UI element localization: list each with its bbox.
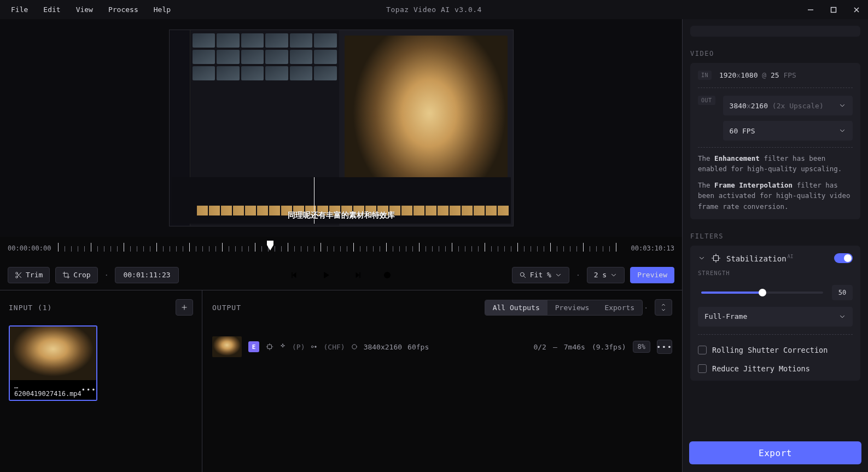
menu-view[interactable]: View (69, 3, 100, 16)
svg-line-8 (19, 276, 21, 277)
crop-button[interactable]: Crop (55, 267, 97, 283)
stabilize-icon (266, 343, 273, 351)
output-job-more-button[interactable]: ••• (657, 340, 672, 354)
in-label: IN (698, 71, 712, 80)
transport-controls (287, 267, 396, 283)
next-frame-button[interactable] (348, 267, 365, 283)
output-job-thumbnail (212, 336, 242, 357)
video-info-text: The Enhancement filter has been enabled … (698, 147, 853, 212)
svg-rect-29 (714, 255, 719, 260)
svg-point-27 (315, 346, 317, 348)
output-job-progress: 0/2 (533, 343, 546, 351)
output-job-status: 0/2 — 7m46s (9.3fps) 8% ••• (533, 340, 672, 354)
ai-badge: AI (788, 254, 794, 259)
strength-value[interactable]: 50 (832, 285, 853, 300)
out-upscale-note: (2x Upscale) (772, 102, 824, 110)
prev-frame-button[interactable] (287, 267, 304, 283)
window-close[interactable] (845, 0, 868, 19)
sort-button[interactable] (655, 299, 672, 316)
interpolation-icon (310, 343, 318, 351)
stabilization-toggle[interactable] (834, 253, 853, 263)
preview-button[interactable]: Preview (630, 267, 674, 283)
left-column: 同理呢还有丰富的素材和特效库 00:00:00:00 00:03:10:13 T… (0, 19, 682, 472)
stabilization-name: Stabilization (726, 254, 787, 263)
preview-stage[interactable]: 同理呢还有丰富的素材和特效库 (0, 19, 682, 237)
caption-overlay: 同理呢还有丰富的素材和特效库 (288, 211, 395, 220)
zoom-fit-select[interactable]: Fit % (512, 267, 569, 283)
output-panel: OUTPUT All Outputs Previews Exports · (202, 290, 682, 472)
input-clip-more-icon[interactable]: ••• (81, 386, 97, 394)
current-timecode[interactable]: 00:01:11:23 (115, 267, 178, 283)
output-job-codec: (CHF) (323, 343, 345, 351)
window-minimize[interactable] (799, 0, 822, 19)
output-fps-select[interactable]: 60 FPS (723, 121, 853, 141)
tab-exports[interactable]: Exports (597, 300, 642, 315)
lower-panels: INPUT (1) …6200419027416.mp4 ••• OUTPUT (0, 290, 682, 472)
menu-edit[interactable]: Edit (37, 3, 67, 16)
recenter-button[interactable] (378, 267, 396, 283)
timeline-ruler[interactable] (58, 242, 620, 255)
svg-rect-1 (831, 7, 836, 12)
transport-right: Fit % · 2 s Preview (512, 267, 674, 283)
window-controls (799, 0, 868, 19)
app-title: Topaz Video AI v3.0.4 (386, 5, 482, 14)
svg-rect-14 (359, 272, 360, 278)
preview-button-label: Preview (637, 271, 667, 279)
strength-slider[interactable] (701, 292, 823, 294)
svg-point-26 (312, 346, 314, 348)
chevron-down-icon (698, 254, 706, 262)
separator-dot: · (643, 304, 649, 312)
play-button[interactable] (317, 267, 335, 283)
playhead-icon[interactable] (266, 240, 275, 252)
output-job-row[interactable]: E (P) (CHF) 3840x2160 60fps 0/2 — (212, 336, 672, 357)
rolling-shutter-row[interactable]: Rolling Shutter Correction (698, 346, 853, 354)
crop-label: Crop (73, 271, 90, 279)
stabilization-header[interactable]: StabilizationAI (698, 253, 853, 263)
sort-icon (660, 304, 667, 311)
video-frame: 同理呢还有丰富的素材和特效库 (169, 30, 514, 226)
output-tabs: All Outputs Previews Exports (485, 300, 643, 316)
out-height: 2160 (751, 102, 768, 110)
in-height: 1080 (741, 71, 758, 79)
output-resolution-select[interactable]: 3840x2160 (2x Upscale) (723, 96, 853, 115)
timeline-start-tc: 00:00:00:00 (8, 244, 53, 252)
svg-marker-13 (356, 272, 359, 278)
svg-line-18 (523, 276, 525, 277)
menu-process[interactable]: Process (102, 3, 145, 16)
chevron-down-icon (610, 271, 617, 279)
stabilization-mode-select[interactable]: Full-Frame (698, 307, 853, 327)
output-job-type-chip: E (248, 341, 259, 352)
side-panel: VIDEO IN 1920x1080 @ 25 FPS OUT (682, 19, 868, 472)
output-job-resolution: 3840x2160 (364, 343, 402, 351)
output-job-percent: 8% (633, 341, 650, 353)
menu-help[interactable]: Help (147, 3, 177, 16)
trim-button[interactable]: Trim (8, 267, 50, 283)
side-blank-top (683, 19, 868, 43)
out-label: OUT (698, 96, 715, 105)
output-job-model: (P) (292, 343, 305, 351)
tab-previews[interactable]: Previews (547, 300, 597, 315)
output-job-meta: (P) (CHF) 3840x2160 60fps (266, 343, 429, 351)
out-width: 3840 (730, 102, 747, 110)
menu-file[interactable]: File (4, 3, 34, 16)
rolling-shutter-checkbox[interactable] (698, 346, 707, 354)
input-spec-row: IN 1920x1080 @ 25 FPS (698, 71, 853, 80)
chevron-down-icon (838, 102, 846, 109)
filters-section-title: FILTERS (690, 232, 860, 240)
input-clip-card[interactable]: …6200419027416.mp4 ••• (9, 325, 97, 401)
stabilization-mode-value: Full-Frame (704, 312, 747, 321)
add-input-button[interactable] (176, 299, 193, 316)
in-fps-unit: FPS (783, 71, 796, 79)
export-button[interactable]: Export (689, 441, 861, 464)
preview-duration-select[interactable]: 2 s (587, 267, 625, 283)
svg-marker-10 (292, 272, 296, 278)
zoom-icon (519, 271, 527, 279)
tab-all-outputs[interactable]: All Outputs (485, 300, 547, 315)
reduce-jitter-checkbox[interactable] (698, 364, 707, 373)
plus-icon (180, 304, 188, 311)
reduce-jitter-row[interactable]: Reduce Jittery Motions (698, 364, 853, 373)
in-width: 1920 (719, 71, 736, 79)
input-clip-filename: …6200419027416.mp4 (14, 382, 81, 398)
step-forward-icon (352, 270, 362, 280)
window-maximize[interactable] (822, 0, 845, 19)
